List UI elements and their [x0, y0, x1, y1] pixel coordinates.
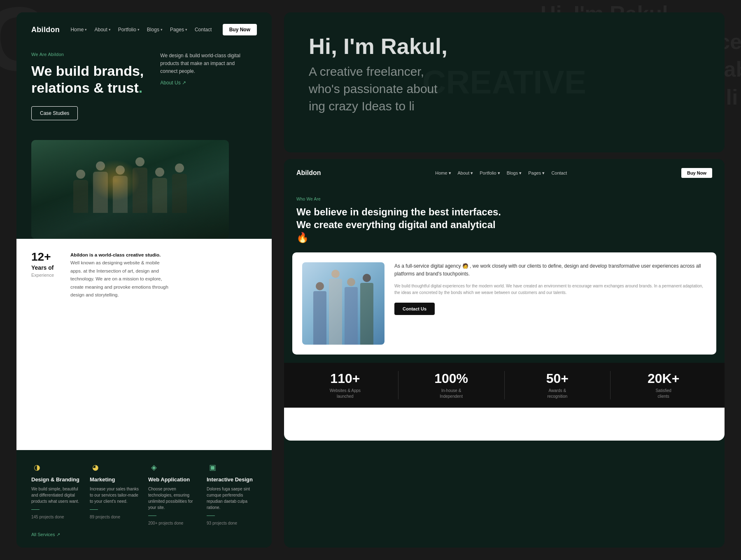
about-us-link[interactable]: About Us ↗ — [160, 80, 251, 86]
about-card: Abildon Home ▾ About ▾ Portfolio ▾ — [284, 159, 725, 548]
hero-label: We Are Abildon — [31, 52, 144, 57]
stat-websites: 110+ Websites & Appslaunched — [296, 371, 394, 399]
about-image-inner — [302, 262, 384, 345]
about-nav-link-portfolio[interactable]: Portfolio ▾ — [480, 170, 500, 176]
about-desc-main: As a full-service digital agency 🧑 , we … — [394, 262, 706, 278]
stat-sublabel: Experience — [31, 273, 54, 278]
contact-us-button[interactable]: Contact Us — [394, 303, 435, 315]
service-count: 145 projects done — [31, 515, 82, 519]
nav-link-pages[interactable]: Pages ▾ — [170, 27, 187, 33]
chevron-icon: ▾ — [137, 28, 140, 32]
left-card-top: Abildon Home ▾ About ▾ Portfolio ▾ — [16, 12, 272, 140]
hero-desc: We design & build world-class digital pr… — [160, 52, 251, 76]
service-title: Interactive Design — [207, 476, 257, 483]
freelancer-sub-2: who's passionate about — [309, 80, 700, 98]
service-desc: Dolores fuga saepe sint cumque perferend… — [207, 486, 257, 511]
interactive-icon: ▣ — [207, 462, 218, 473]
stat-divider — [398, 371, 398, 399]
left-nav-logo: Abildon — [31, 26, 60, 34]
about-team-image — [302, 262, 384, 345]
service-title: Design & Branding — [31, 476, 82, 483]
nav-link-contact[interactable]: Contact — [195, 27, 212, 33]
chevron-icon: ▾ — [498, 170, 500, 176]
freelancer-sub-3: ing crazy Ideas to li — [309, 98, 700, 115]
chevron-icon: ▾ — [161, 28, 163, 32]
about-nav-link-contact[interactable]: Contact — [551, 170, 567, 175]
left-card: Abildon Home ▾ About ▾ Portfolio ▾ — [16, 12, 272, 548]
chevron-icon: ▾ — [471, 170, 473, 176]
chevron-icon: ▾ — [85, 28, 87, 32]
about-title: We believe in designing the best interfa… — [296, 205, 502, 244]
left-nav: Abildon Home ▾ About ▾ Portfolio ▾ — [31, 24, 257, 35]
stat-awards: 50+ Awards &recognition — [509, 371, 606, 399]
case-studies-button[interactable]: Case Studies — [31, 106, 78, 120]
service-count: 200+ projects done — [148, 521, 198, 525]
main-container: Abildon Home ▾ About ▾ Portfolio ▾ — [0, 0, 741, 560]
hero-right: We design & build world-class digital pr… — [160, 52, 251, 120]
stat-clients: 20K+ Satisfiedclients — [615, 371, 712, 399]
photo-light — [91, 160, 140, 201]
stat-label-websites: Websites & Appslaunched — [296, 388, 394, 399]
stat-label: Years of — [31, 264, 54, 271]
stat-label-awards: Awards &recognition — [509, 388, 606, 399]
chevron-icon: ▾ — [109, 28, 111, 32]
service-title: Web Application — [148, 476, 198, 483]
service-divider — [207, 516, 215, 516]
who-we-are-label: Who We Are — [296, 197, 712, 201]
about-nav-link-pages[interactable]: Pages ▾ — [528, 170, 545, 176]
freelancer-text: Hi, I'm Rakul, A creative freelancer, wh… — [309, 33, 700, 115]
design-icon: ◑ — [31, 462, 43, 473]
service-divider — [90, 509, 98, 510]
service-divider — [31, 509, 40, 510]
service-design: ◑ Design & Branding We build simple, bea… — [31, 462, 82, 525]
about-stats: 110+ Websites & Appslaunched 100% In-hou… — [284, 363, 725, 408]
left-buy-now-button[interactable]: Buy Now — [223, 24, 257, 35]
all-services-link[interactable]: All Services ↗ — [31, 532, 60, 537]
webapp-icon: ◈ — [148, 462, 160, 473]
stat-number-websites: 110+ — [296, 371, 394, 386]
stats-row: 12+ Years of Experience Abildon is a wor… — [31, 251, 257, 299]
nav-link-home[interactable]: Home ▾ — [70, 27, 87, 33]
service-count: 93 projects done — [207, 521, 257, 525]
stat-inhouse: 100% In-house &Independent — [403, 371, 500, 399]
hero-title: We build brands, relations & trust. — [31, 63, 144, 96]
service-desc: We build simple, beautiful and different… — [31, 486, 82, 504]
services-grid: ◑ Design & Branding We build simple, bea… — [31, 462, 257, 525]
stat-number: 12+ — [31, 251, 54, 263]
bottom-white-strip — [284, 408, 725, 441]
service-count: 89 projects done — [90, 515, 140, 519]
about-hero: Who We Are We believe in designing the b… — [284, 187, 725, 244]
right-card: CREATIVE Hi, I'm Rakul, A creative freel… — [284, 12, 725, 548]
nav-link-blogs[interactable]: Blogs ▾ — [147, 27, 163, 33]
service-webapp: ◈ Web Application Choose proven technolo… — [148, 462, 198, 525]
about-nav-link-home[interactable]: Home ▾ — [435, 170, 451, 176]
stat-label-inhouse: In-house &Independent — [403, 388, 500, 399]
team-photo — [31, 140, 229, 239]
chevron-icon: ▾ — [185, 28, 187, 32]
stat-number-awards: 50+ — [509, 371, 606, 386]
freelancer-greeting: Hi, I'm Rakul, — [309, 33, 700, 60]
chevron-icon: ▾ — [542, 170, 545, 176]
team-figures-2 — [313, 270, 373, 345]
service-desc: Choose proven technologies, ensuring unl… — [148, 486, 198, 511]
stat-number-inhouse: 100% — [403, 371, 500, 386]
hero-left: We Are Abildon We build brands, relation… — [31, 52, 144, 120]
about-nav-logo: Abildon — [296, 169, 321, 177]
about-nav-link-about[interactable]: About ▾ — [458, 170, 473, 176]
service-marketing: ◕ Marketing Increase your sales thanks t… — [90, 462, 140, 525]
chevron-icon: ▾ — [449, 170, 451, 176]
about-nav-links: Home ▾ About ▾ Portfolio ▾ Blogs ▾ — [435, 170, 567, 176]
hero-content: We Are Abildon We build brands, relation… — [31, 52, 257, 120]
stat-divider — [504, 371, 505, 399]
stat-label-clients: Satisfiedclients — [615, 388, 712, 399]
stat-block: 12+ Years of Experience — [31, 251, 54, 278]
about-desc-sub: We build thoughtful digital experiences … — [394, 283, 706, 296]
service-desc: Increase your sales thanks to our servic… — [90, 486, 140, 504]
about-nav-link-blogs[interactable]: Blogs ▾ — [507, 170, 522, 176]
nav-link-about[interactable]: About ▾ — [94, 27, 110, 33]
about-white-content: As a full-service digital agency 🧑 , we … — [292, 252, 716, 355]
marketing-icon: ◕ — [90, 462, 101, 473]
service-divider — [148, 516, 156, 516]
about-buy-now-button[interactable]: Buy Now — [681, 168, 712, 178]
nav-link-portfolio[interactable]: Portfolio ▾ — [118, 27, 140, 33]
